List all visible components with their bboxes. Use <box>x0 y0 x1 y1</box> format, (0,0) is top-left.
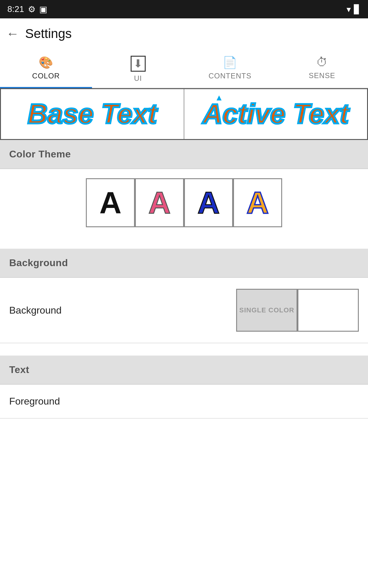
tab-sense-label: SENSE <box>309 71 335 80</box>
swatch-pink[interactable]: A <box>135 178 184 227</box>
tab-ui[interactable]: ⬇ UI <box>92 49 184 88</box>
swatch-black-letter: A <box>99 187 121 218</box>
foreground-row-label: Foreground <box>9 396 60 407</box>
sense-tab-icon: ⏱ <box>316 56 328 69</box>
single-color-option[interactable]: SINGLE COLOR <box>236 289 297 332</box>
tab-contents-label: CONTENTS <box>209 72 251 80</box>
settings-icon: ⚙ <box>28 4 36 14</box>
base-text-preview: Base Text <box>1 89 184 139</box>
spacer-1 <box>0 236 368 249</box>
background-row-label: Background <box>9 305 62 316</box>
status-right: ▾ ▊ <box>347 4 361 14</box>
active-text-preview: Active Text <box>184 89 367 139</box>
active-text: Active Text <box>203 98 349 130</box>
tab-color[interactable]: 🎨 COLOR <box>0 49 92 88</box>
text-section-header: Text <box>0 356 368 384</box>
tab-ui-label: UI <box>134 74 142 83</box>
tab-bar: 🎨 COLOR ⬇ UI 📄 CONTENTS ⏱ SENSE <box>0 49 368 88</box>
sim-icon: ▣ <box>39 4 47 14</box>
swatch-gold[interactable]: A <box>233 178 282 227</box>
status-time: 8:21 <box>7 4 24 14</box>
background-options: SINGLE COLOR <box>236 289 359 332</box>
tab-contents[interactable]: 📄 CONTENTS <box>184 49 276 88</box>
background-row: Background SINGLE COLOR <box>0 278 368 343</box>
tab-sense[interactable]: ⏱ SENSE <box>276 49 368 88</box>
spacer-2 <box>0 343 368 356</box>
single-color-label: SINGLE COLOR <box>239 306 294 314</box>
status-bar: 8:21 ⚙ ▣ ▾ ▊ <box>0 0 368 18</box>
swatch-blue-letter: A <box>197 187 220 218</box>
background-section-header: Background <box>0 249 368 277</box>
color-tab-icon: 🎨 <box>39 56 53 69</box>
foreground-row: Foreground <box>0 385 368 419</box>
swatch-pink-letter: A <box>148 187 171 218</box>
swatch-blue[interactable]: A <box>184 178 233 227</box>
ui-tab-icon: ⬇ <box>131 56 146 72</box>
swatch-gold-letter: A <box>247 187 269 218</box>
text-preview-area: Base Text Active Text <box>0 88 368 140</box>
signal-icon: ▊ <box>354 4 361 14</box>
tab-color-label: COLOR <box>32 72 60 80</box>
page-title: Settings <box>25 26 72 41</box>
contents-tab-icon: 📄 <box>223 56 237 69</box>
back-button[interactable]: ← <box>6 26 19 41</box>
color-theme-section-header: Color Theme <box>0 140 368 168</box>
wifi-icon: ▾ <box>347 4 351 14</box>
status-left: 8:21 ⚙ ▣ <box>7 4 47 14</box>
white-color-option[interactable] <box>297 289 359 332</box>
swatch-black[interactable]: A <box>86 178 135 227</box>
theme-swatches-container: A A A A <box>0 169 368 236</box>
top-bar: ← Settings <box>0 18 368 49</box>
base-text: Base Text <box>28 98 157 130</box>
